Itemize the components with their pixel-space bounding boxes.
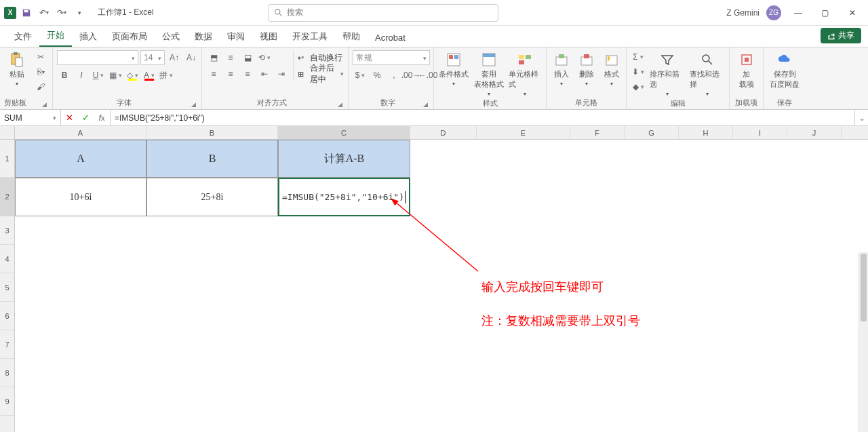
comma-button[interactable]: , <box>387 68 401 82</box>
merge-center-button[interactable]: ⊞ 合并后居中 <box>298 66 344 81</box>
underline-button[interactable]: U <box>91 68 106 82</box>
cut-button[interactable]: ✂ <box>33 50 48 64</box>
user-avatar[interactable]: ZG <box>766 5 781 20</box>
percent-button[interactable]: % <box>370 68 384 82</box>
align-middle-button[interactable]: ≡ <box>223 51 238 64</box>
font-size-combo[interactable]: 14 <box>140 50 165 65</box>
cell-B1[interactable]: B <box>146 140 278 178</box>
col-header-F[interactable]: F <box>570 126 625 139</box>
row-header-7[interactable]: 7 <box>0 330 14 359</box>
cells[interactable]: A B 计算A-B 10+6i 25+8i =IMSUB("25+8i","10… <box>15 140 868 432</box>
autosum-button[interactable]: Σ <box>631 50 646 64</box>
col-header-J[interactable]: J <box>787 126 842 139</box>
font-name-combo[interactable] <box>57 50 138 65</box>
fx-button[interactable]: fx <box>94 113 110 123</box>
fill-color-button[interactable]: ◇ <box>125 68 140 82</box>
cell-C2-editing[interactable]: =IMSUB("25+8i","10+6i") <box>278 178 410 216</box>
tab-help[interactable]: 帮助 <box>335 26 368 47</box>
delete-cells-button[interactable]: 删除▾ <box>576 50 597 87</box>
row-header-5[interactable]: 5 <box>0 273 14 302</box>
vertical-scrollbar[interactable] <box>859 252 868 432</box>
tab-file[interactable]: 文件 <box>7 26 39 47</box>
cell-C1[interactable]: 计算A-B <box>278 140 410 178</box>
clear-button[interactable]: ◆ <box>631 80 646 94</box>
font-launcher[interactable]: ◢ <box>191 101 197 108</box>
sort-filter-button[interactable]: 排序和筛选▾ <box>650 50 686 97</box>
align-right-button[interactable]: ≡ <box>240 67 255 81</box>
user-name[interactable]: Z Gemini <box>726 8 760 18</box>
align-left-button[interactable]: ≡ <box>206 67 221 81</box>
vertical-scrollbar-thumb[interactable] <box>861 254 867 321</box>
tab-developer[interactable]: 开发工具 <box>285 26 335 47</box>
col-header-D[interactable]: D <box>410 126 477 139</box>
qat-customize-icon[interactable]: ▾ <box>72 5 87 20</box>
tab-view[interactable]: 视图 <box>252 26 285 47</box>
search-input[interactable]: 搜索 <box>268 4 498 22</box>
undo-icon[interactable]: ↶▾ <box>37 5 52 20</box>
find-select-button[interactable]: 查找和选择▾ <box>690 50 726 97</box>
col-header-I[interactable]: I <box>733 126 787 139</box>
format-cells-button[interactable]: 格式▾ <box>601 50 622 87</box>
formula-input[interactable]: =IMSUB("25+8i","10+6i") <box>111 110 854 125</box>
cell-styles-button[interactable]: 单元格样式▾ <box>509 50 542 97</box>
accounting-format-button[interactable]: $ <box>353 68 368 82</box>
share-button[interactable]: 共享 <box>821 28 861 43</box>
row-header-3[interactable]: 3 <box>0 216 14 245</box>
phonetic-button[interactable]: 拼 <box>159 68 174 82</box>
col-header-H[interactable]: H <box>679 126 733 139</box>
tab-data[interactable]: 数据 <box>187 26 220 47</box>
row-header-8[interactable]: 8 <box>0 359 14 387</box>
tab-formulas[interactable]: 公式 <box>155 26 187 47</box>
paste-button[interactable]: 粘贴 ▾ <box>4 50 29 87</box>
expand-formula-bar[interactable]: ⌄ <box>854 110 868 125</box>
decrease-decimal-button[interactable]: ←.00 <box>420 68 435 82</box>
cell-A1[interactable]: A <box>15 140 146 178</box>
format-as-table-button[interactable]: 套用 表格格式▾ <box>473 50 505 97</box>
tab-home[interactable]: 开始 <box>39 25 72 47</box>
increase-indent-button[interactable]: ⇥ <box>274 67 289 81</box>
cancel-formula-button[interactable]: ✕ <box>61 113 77 123</box>
tab-acrobat[interactable]: Acrobat <box>368 28 413 47</box>
minimize-button[interactable]: — <box>788 3 808 23</box>
font-color-button[interactable]: A <box>142 68 157 82</box>
select-all-corner[interactable] <box>0 126 15 140</box>
accept-formula-button[interactable]: ✓ <box>77 113 94 123</box>
close-button[interactable]: ✕ <box>842 3 863 23</box>
borders-button[interactable]: ▦ <box>108 68 123 82</box>
col-header-C[interactable]: C <box>278 126 410 139</box>
name-box[interactable]: SUM ▾ <box>0 110 61 125</box>
row-header-4[interactable]: 4 <box>0 245 14 273</box>
redo-icon[interactable]: ↷▾ <box>54 5 69 20</box>
number-format-combo[interactable]: 常规 <box>353 50 430 65</box>
addins-button[interactable]: 加 载项 <box>734 50 759 90</box>
insert-cells-button[interactable]: 插入▾ <box>551 50 572 87</box>
cell-B2[interactable]: 25+8i <box>146 178 278 216</box>
col-header-G[interactable]: G <box>625 126 679 139</box>
alignment-launcher[interactable]: ◢ <box>338 101 344 108</box>
col-header-A[interactable]: A <box>15 126 146 139</box>
row-header-9[interactable]: 9 <box>0 387 14 416</box>
tab-insert[interactable]: 插入 <box>72 26 104 47</box>
number-launcher[interactable]: ◢ <box>423 101 429 108</box>
col-header-E[interactable]: E <box>477 126 570 139</box>
clipboard-launcher[interactable]: ◢ <box>42 101 48 108</box>
increase-decimal-button[interactable]: .00→ <box>403 68 418 82</box>
bold-button[interactable]: B <box>57 68 72 82</box>
copy-button[interactable]: ⎘▾ <box>33 65 48 79</box>
fill-button[interactable]: ⬇ <box>631 65 646 79</box>
orientation-button[interactable]: ⟲ <box>257 51 272 64</box>
save-icon[interactable] <box>19 5 34 20</box>
conditional-format-button[interactable]: 条件格式▾ <box>438 50 469 87</box>
row-header-1[interactable]: 1 <box>0 140 14 178</box>
align-top-button[interactable]: ⬒ <box>206 51 221 64</box>
decrease-font-button[interactable]: A↓ <box>184 51 199 64</box>
align-bottom-button[interactable]: ⬓ <box>240 51 255 64</box>
row-header-6[interactable]: 6 <box>0 302 14 330</box>
row-header-2[interactable]: 2 <box>0 178 14 216</box>
align-center-button[interactable]: ≡ <box>223 67 238 81</box>
tab-pagelayout[interactable]: 页面布局 <box>104 26 155 47</box>
italic-button[interactable]: I <box>74 68 89 82</box>
tab-review[interactable]: 审阅 <box>220 26 252 47</box>
decrease-indent-button[interactable]: ⇤ <box>257 67 272 81</box>
format-painter-button[interactable]: 🖌 <box>33 80 48 94</box>
